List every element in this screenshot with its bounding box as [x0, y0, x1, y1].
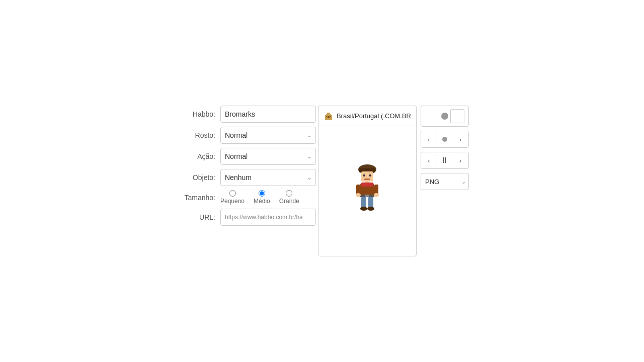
- format-select[interactable]: PNG GIF: [421, 173, 469, 190]
- svg-point-22: [374, 193, 379, 197]
- tamanho-medio-radio[interactable]: [259, 190, 265, 197]
- dot-indicator: [441, 113, 448, 120]
- format-select-wrapper: PNG GIF ⌄: [421, 173, 469, 190]
- rosto-select[interactable]: Normal Sorrindo Triste Com raiva: [220, 127, 316, 144]
- pose-nav-row: ‹ ⏸ ›: [421, 152, 469, 169]
- objeto-select-wrapper: Nenhum Saco de compras Câmera ⌄: [220, 169, 316, 186]
- habbo-character-svg: [347, 158, 387, 224]
- svg-rect-2: [327, 113, 330, 115]
- controls-panel: ‹ › ‹ ⏸ › PNG: [421, 106, 469, 190]
- stand-icon: ⏸: [441, 156, 449, 165]
- indicator-row: [421, 106, 469, 127]
- tamanho-medio-label: Médio: [254, 198, 270, 205]
- direction-prev-button[interactable]: ‹: [421, 131, 437, 147]
- svg-rect-17: [361, 197, 366, 208]
- svg-rect-11: [364, 178, 370, 180]
- habbo-field-row: Habbo:: [175, 106, 316, 123]
- svg-rect-3: [328, 116, 330, 118]
- tamanho-pequeno-label: Pequeno: [220, 198, 245, 205]
- tamanho-pequeno-option: Pequeno: [220, 190, 245, 205]
- svg-point-23: [360, 207, 367, 211]
- svg-point-4: [326, 116, 327, 117]
- server-label: Brasil/Portugal (.COM.BR: [337, 112, 411, 120]
- color-square[interactable]: [450, 109, 464, 123]
- acao-select-wrapper: Normal Acenar Dançar Dormir ⌄: [220, 148, 316, 165]
- svg-rect-14: [361, 183, 373, 187]
- character-preview-panel: [318, 126, 417, 256]
- direction-dot-indicator: [442, 137, 447, 142]
- acao-select[interactable]: Normal Acenar Dançar Dormir: [220, 148, 316, 165]
- server-icon: [324, 111, 334, 121]
- url-label: URL:: [175, 213, 215, 221]
- tamanho-grande-radio[interactable]: [286, 190, 292, 197]
- habbo-input[interactable]: [220, 106, 316, 123]
- server-select-button[interactable]: Brasil/Portugal (.COM.BR: [318, 106, 417, 126]
- tamanho-grande-label: Grande: [279, 198, 299, 205]
- svg-rect-10: [369, 174, 371, 176]
- acao-label: Ação:: [175, 152, 215, 160]
- rosto-select-wrapper: Normal Sorrindo Triste Com raiva ⌄: [220, 127, 316, 144]
- tamanho-pequeno-radio[interactable]: [229, 190, 236, 197]
- acao-field-row: Ação: Normal Acenar Dançar Dormir ⌄: [175, 148, 316, 165]
- svg-point-24: [367, 207, 374, 211]
- url-input[interactable]: [220, 209, 316, 226]
- svg-rect-9: [363, 174, 365, 176]
- url-field-row: URL:: [175, 209, 316, 226]
- tamanho-field-row: Tamanho: Pequeno Médio Grande: [175, 190, 316, 205]
- direction-center: [437, 137, 452, 142]
- svg-point-21: [356, 193, 361, 197]
- pose-next-button[interactable]: ›: [452, 152, 468, 168]
- pose-center: ⏸: [437, 156, 452, 165]
- tamanho-label: Tamanho:: [175, 194, 215, 202]
- pose-prev-button[interactable]: ‹: [421, 152, 437, 168]
- tamanho-grande-option: Grande: [279, 190, 299, 205]
- objeto-select[interactable]: Nenhum Saco de compras Câmera: [220, 169, 316, 186]
- objeto-label: Objeto:: [175, 173, 215, 182]
- direction-next-button[interactable]: ›: [452, 131, 468, 147]
- svg-point-5: [330, 116, 331, 117]
- habbo-label: Habbo:: [175, 110, 215, 118]
- tamanho-radio-group: Pequeno Médio Grande: [220, 190, 299, 205]
- tamanho-medio-option: Médio: [254, 190, 270, 205]
- svg-rect-16: [365, 195, 369, 197]
- objeto-field-row: Objeto: Nenhum Saco de compras Câmera ⌄: [175, 169, 316, 186]
- rosto-label: Rosto:: [175, 131, 215, 139]
- rosto-field-row: Rosto: Normal Sorrindo Triste Com raiva …: [175, 127, 316, 144]
- svg-rect-18: [368, 197, 373, 208]
- direction-nav-row: ‹ ›: [421, 131, 469, 148]
